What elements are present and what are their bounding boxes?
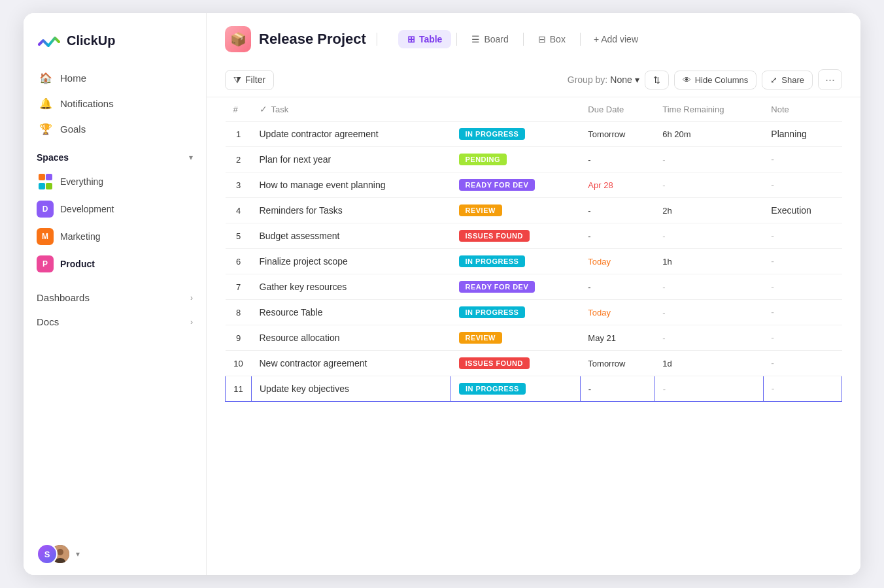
table-row[interactable]: 4 Reminders for Tasks REVIEW - 2h Execut… <box>226 198 842 223</box>
row-due-date: Apr 28 <box>580 172 654 198</box>
everything-icon <box>37 173 54 190</box>
sidebar-nav: 🏠 Home 🔔 Notifications 🏆 Goals <box>24 65 206 142</box>
row-note: Execution <box>763 198 842 223</box>
row-note: - <box>763 223 842 249</box>
group-by-value[interactable]: None ▾ <box>610 74 639 85</box>
table-row[interactable]: 7 Gather key resources READY FOR DEV - -… <box>226 274 842 300</box>
row-note: Planning <box>763 122 842 147</box>
row-status[interactable]: PENDING <box>451 147 581 172</box>
row-due-date: - <box>580 147 654 172</box>
row-note: - <box>763 274 842 300</box>
table-row[interactable]: 5 Budget assessment ISSUES FOUND - - - <box>226 223 842 249</box>
row-status[interactable]: REVIEW <box>451 198 581 223</box>
more-options-button[interactable]: ··· <box>818 69 842 90</box>
table-row[interactable]: 8 Resource Table IN PROGRESS Today - - <box>226 300 842 325</box>
group-by: Group by: None ▾ <box>568 74 639 85</box>
row-status[interactable]: READY FOR DEV <box>451 274 581 300</box>
row-note: - <box>763 300 842 325</box>
sidebar-item-docs[interactable]: Docs › <box>24 310 206 334</box>
user-chevron-icon: ▾ <box>76 549 80 559</box>
row-time-remaining: - <box>654 274 763 300</box>
sort-icon: ⇅ <box>653 75 660 85</box>
toolbar-row: ⧩ Filter Group by: None ▾ ⇅ <box>225 63 842 97</box>
tab-board-label: Board <box>484 34 508 44</box>
table-row[interactable]: 2 Plan for next year PENDING - - - <box>226 147 842 172</box>
sidebar-item-product-label: Product <box>60 259 95 269</box>
row-due-date: Today <box>580 300 654 325</box>
hide-columns-button[interactable]: 👁 Hide Columns <box>674 71 757 90</box>
row-note: - <box>763 376 842 402</box>
col-header-time: Time Remaining <box>654 97 763 122</box>
row-time-remaining: - <box>654 223 763 249</box>
tab-table[interactable]: ⊞ Table <box>398 30 452 48</box>
notifications-icon: 🔔 <box>39 97 52 110</box>
tab-board[interactable]: ☰ Board <box>462 30 517 48</box>
filter-button[interactable]: ⧩ Filter <box>225 70 274 90</box>
table-row[interactable]: 1 Update contractor agreement IN PROGRES… <box>226 122 842 147</box>
row-num: 6 <box>226 249 252 274</box>
goals-icon: 🏆 <box>39 123 52 135</box>
main-header: 📦 Release Project ⊞ Table ☰ Board ⊟ <box>207 13 860 97</box>
spaces-label: Spaces <box>37 152 69 163</box>
status-badge: IN PROGRESS <box>459 306 526 318</box>
development-badge: D <box>37 201 54 218</box>
user-profile[interactable]: S ▾ <box>24 533 206 575</box>
table-row[interactable]: 9 Resource allocation REVIEW May 21 - - <box>226 325 842 351</box>
sidebar-item-development[interactable]: D Development <box>24 195 206 223</box>
row-num: 4 <box>226 198 252 223</box>
marketing-badge: M <box>37 228 54 245</box>
sidebar-item-everything[interactable]: Everything <box>24 168 206 195</box>
sidebar-item-marketing-label: Marketing <box>60 231 100 242</box>
row-status[interactable]: ISSUES FOUND <box>451 351 581 376</box>
spaces-chevron-icon[interactable]: ▾ <box>189 153 193 162</box>
sidebar-item-everything-label: Everything <box>60 176 103 187</box>
row-task-name: Plan for next year <box>252 147 451 172</box>
sidebar-item-product[interactable]: P Product <box>24 250 206 278</box>
row-status[interactable]: IN PROGRESS <box>451 300 581 325</box>
table-row[interactable]: 6 Finalize project scope IN PROGRESS Tod… <box>226 249 842 274</box>
table-row[interactable]: 3 How to manage event planning READY FOR… <box>226 172 842 198</box>
table-container: # ✓ Task Due Date Time Remaining Note <box>207 97 860 575</box>
row-num: 11 <box>226 376 252 402</box>
share-button[interactable]: ⤢ Share <box>762 71 813 90</box>
sidebar-item-dashboards[interactable]: Dashboards › <box>24 286 206 310</box>
row-status[interactable]: IN PROGRESS <box>451 249 581 274</box>
row-num: 7 <box>226 274 252 300</box>
row-task-name: Update contractor agreement <box>252 122 451 147</box>
sidebar-item-goals-label: Goals <box>60 123 86 135</box>
row-task-name: Resource Table <box>252 300 451 325</box>
status-badge: READY FOR DEV <box>459 281 536 293</box>
docs-label: Docs <box>37 316 59 327</box>
logo-text: ClickUp <box>67 33 115 48</box>
row-time-remaining: 6h 20m <box>654 122 763 147</box>
row-time-remaining: 2h <box>654 198 763 223</box>
sidebar-item-notifications-label: Notifications <box>60 98 114 109</box>
toolbar-right: Group by: None ▾ ⇅ 👁 Hide Columns <box>568 69 842 90</box>
sidebar-item-goals[interactable]: 🏆 Goals <box>31 116 198 142</box>
row-status[interactable]: IN PROGRESS <box>451 376 581 402</box>
table-row[interactable]: 10 New contractor agreement ISSUES FOUND… <box>226 351 842 376</box>
tab-box[interactable]: ⊟ Box <box>529 30 575 48</box>
dashboards-chevron-icon: › <box>190 293 193 302</box>
table-header-row: # ✓ Task Due Date Time Remaining Note <box>226 97 842 122</box>
row-num: 3 <box>226 172 252 198</box>
row-num: 2 <box>226 147 252 172</box>
table-row[interactable]: 11 Update key objectives IN PROGRESS - -… <box>226 376 842 402</box>
row-due-date: Tomorrow <box>580 122 654 147</box>
row-status[interactable]: READY FOR DEV <box>451 172 581 198</box>
sidebar-item-development-label: Development <box>60 204 114 214</box>
status-badge: ISSUES FOUND <box>459 230 530 242</box>
add-view-button[interactable]: + Add view <box>586 30 646 48</box>
status-badge: REVIEW <box>459 332 502 344</box>
row-status[interactable]: IN PROGRESS <box>451 122 581 147</box>
row-note: - <box>763 172 842 198</box>
sort-button[interactable]: ⇅ <box>645 71 669 90</box>
check-icon: ✓ <box>260 104 267 114</box>
row-status[interactable]: REVIEW <box>451 325 581 351</box>
row-num: 1 <box>226 122 252 147</box>
sidebar-item-marketing[interactable]: M Marketing <box>24 223 206 250</box>
sidebar-item-home[interactable]: 🏠 Home <box>31 65 198 91</box>
status-badge: REVIEW <box>459 204 502 216</box>
row-status[interactable]: ISSUES FOUND <box>451 223 581 249</box>
sidebar-item-notifications[interactable]: 🔔 Notifications <box>31 91 198 116</box>
